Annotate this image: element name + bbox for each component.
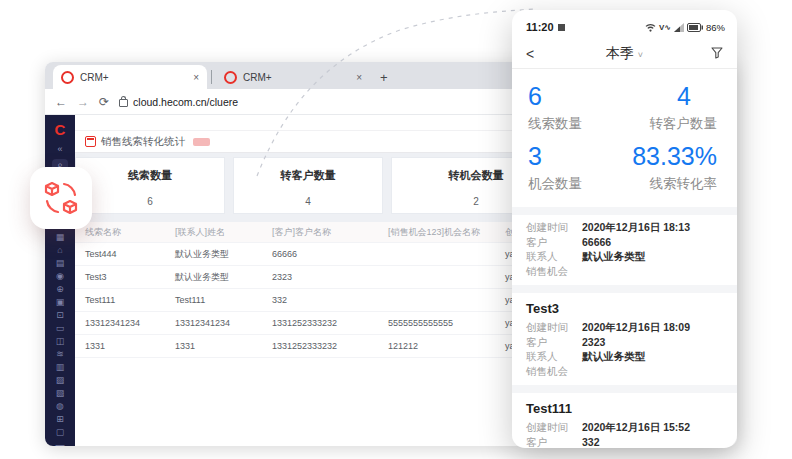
lead-list-item[interactable]: Test111 创建时间2020年12月16日 15:52 客户332 联系人T… bbox=[512, 393, 737, 448]
period-selector[interactable]: 本季 ˅ bbox=[566, 45, 683, 63]
back-icon[interactable]: ← bbox=[55, 95, 67, 109]
field-value-contact: 默认业务类型 bbox=[582, 249, 645, 264]
cell-opportunity: 5555555555555 bbox=[378, 318, 495, 328]
tab-close-icon[interactable]: × bbox=[356, 72, 362, 83]
sidebar-module-icon[interactable]: ▥ bbox=[54, 362, 66, 372]
sidebar-module-icon[interactable]: ⊞ bbox=[54, 414, 66, 424]
sidebar-icon-list: ▦ ⌂ ▤ ◉ ⊕ ▣ ⊡ ▭ bbox=[54, 232, 66, 446]
field-value-customer: 66666 bbox=[582, 235, 611, 250]
sidebar-module-icon[interactable]: ◍ bbox=[54, 401, 66, 411]
col-header: [联系人]姓名 bbox=[165, 226, 262, 239]
funnel-icon bbox=[711, 47, 723, 59]
sidebar-module-icon[interactable]: ⊕ bbox=[54, 284, 66, 294]
stat-label: 线索数量 bbox=[76, 168, 224, 183]
sidebar-module-icon[interactable]: ▤ bbox=[54, 258, 66, 268]
cell-lead-name: 13312341234 bbox=[75, 318, 165, 328]
stat-value: 83.33% bbox=[632, 141, 717, 171]
stat-label: 线索数量 bbox=[528, 115, 616, 133]
sidebar-module-icon[interactable]: ▭ bbox=[54, 323, 66, 333]
battery-icon bbox=[687, 23, 703, 32]
cell-contact: 1331 bbox=[165, 341, 262, 351]
stat-conversion-rate: 83.33% 线索转化率 bbox=[624, 137, 729, 197]
sidebar-module-icon[interactable]: ▬ bbox=[54, 440, 66, 446]
stat-leads: 6 线索数量 bbox=[520, 77, 624, 137]
section-divider bbox=[512, 385, 737, 393]
volte-icon: V∿ bbox=[659, 23, 671, 32]
reload-icon[interactable]: ⟳ bbox=[99, 95, 109, 109]
sidebar-module-icon[interactable]: ▢ bbox=[54, 427, 66, 437]
sidebar-module-icon[interactable]: ⌂ bbox=[54, 245, 66, 255]
page-tab-icon bbox=[85, 136, 96, 147]
field-label: 销售机会 bbox=[526, 264, 582, 279]
filter-button[interactable] bbox=[683, 47, 723, 61]
address-bar[interactable]: cloud.hecom.cn/cluere bbox=[119, 96, 238, 108]
phone-stats-grid: 6 线索数量 4 转客户数量 3 机会数量 83.33% 线索转化率 bbox=[512, 69, 737, 207]
col-header: [销售机会123]机会名称 bbox=[378, 226, 495, 239]
sidebar-module-icon[interactable]: ◫ bbox=[54, 336, 66, 346]
field-label: 创建时间 bbox=[526, 220, 582, 235]
stat-label: 转客户数量 bbox=[234, 168, 382, 183]
phone-overlay: 11:20 V∿ 86% < 本季 ˅ 6 线索数 bbox=[512, 10, 737, 448]
cell-customer: 2323 bbox=[262, 272, 378, 282]
wifi-icon bbox=[645, 23, 656, 32]
lead-list-item[interactable]: 创建时间2020年12月16日 18:13 客户66666 联系人默认业务类型 … bbox=[512, 215, 737, 285]
phone-status-bar: 11:20 V∿ 86% bbox=[512, 10, 737, 38]
screenshot-stage: CRM+ × CRM+ × + ← → ⟳ cloud.hecom.cn/clu… bbox=[0, 0, 792, 459]
stat-value: 6 bbox=[76, 196, 224, 207]
field-label: 客户 bbox=[526, 335, 582, 350]
favicon-crm bbox=[224, 71, 237, 84]
stat-customers: 4 转客户数量 bbox=[624, 77, 729, 137]
stat-value: 4 bbox=[234, 196, 382, 207]
field-value-created: 2020年12月16日 15:52 bbox=[582, 420, 690, 435]
sidebar-module-icon[interactable]: ▣ bbox=[54, 297, 66, 307]
cell-contact: 13312341234 bbox=[165, 318, 262, 328]
field-label: 客户 bbox=[526, 235, 582, 250]
tab-label: CRM+ bbox=[80, 72, 187, 83]
tab-label: CRM+ bbox=[243, 72, 350, 83]
cell-opportunity: 121212 bbox=[378, 341, 495, 351]
chevron-down-icon: ˅ bbox=[638, 50, 643, 60]
field-value-created: 2020年12月16日 18:13 bbox=[582, 220, 690, 235]
browser-tab-1[interactable]: CRM+ × bbox=[53, 65, 207, 89]
stat-card-leads: 线索数量 6 bbox=[75, 157, 225, 214]
back-chevron-icon[interactable]: < bbox=[526, 46, 566, 62]
sidebar-module-icon[interactable]: ▦ bbox=[54, 232, 66, 242]
sidebar-module-icon[interactable]: ⊡ bbox=[54, 310, 66, 320]
cell-contact: Test111 bbox=[165, 295, 262, 305]
sidebar-module-icon[interactable]: ◉ bbox=[54, 271, 66, 281]
field-label: 客户 bbox=[526, 435, 582, 449]
title-badge bbox=[193, 138, 210, 146]
crm-logo: C bbox=[55, 121, 66, 139]
favicon-crm bbox=[61, 71, 74, 84]
sidebar-module-icon[interactable]: ▧ bbox=[54, 388, 66, 398]
field-value-contact: 默认业务类型 bbox=[582, 349, 645, 364]
item-title: Test111 bbox=[526, 401, 723, 416]
tab-close-icon[interactable]: × bbox=[193, 72, 199, 83]
stat-label: 机会数量 bbox=[528, 175, 616, 193]
tab-divider bbox=[211, 70, 212, 84]
field-label: 创建时间 bbox=[526, 320, 582, 335]
field-label: 创建时间 bbox=[526, 420, 582, 435]
cell-lead-name: 1331 bbox=[75, 341, 165, 351]
cell-lead-name: Test3 bbox=[75, 272, 165, 282]
section-divider bbox=[512, 207, 737, 215]
stat-label: 线索转化率 bbox=[632, 175, 717, 193]
field-label: 联系人 bbox=[526, 349, 582, 364]
new-tab-button[interactable]: + bbox=[380, 70, 388, 85]
cell-contact: 默认业务类型 bbox=[165, 271, 262, 284]
url-text: cloud.hecom.cn/cluere bbox=[133, 96, 238, 108]
lock-icon bbox=[119, 99, 128, 107]
field-value-customer: 332 bbox=[582, 435, 600, 449]
sidebar-module-icon[interactable]: ≋ bbox=[54, 349, 66, 359]
collapse-icon[interactable]: « bbox=[57, 144, 62, 154]
col-header: 线索名称 bbox=[75, 226, 165, 239]
phone-nav-bar: < 本季 ˅ bbox=[512, 38, 737, 69]
stat-opportunities: 3 机会数量 bbox=[520, 137, 624, 197]
status-time: 11:20 bbox=[526, 21, 565, 33]
lead-list-item[interactable]: Test3 创建时间2020年12月16日 18:09 客户2323 联系人默认… bbox=[512, 293, 737, 385]
crm-sidebar: C « ⌕ ▦ ⌂ ▤ ◉ ⊕ ▣ bbox=[45, 115, 75, 446]
browser-tab-2[interactable]: CRM+ × bbox=[216, 65, 370, 89]
forward-icon[interactable]: → bbox=[77, 95, 89, 109]
sidebar-module-icon[interactable]: ▨ bbox=[54, 375, 66, 385]
cell-customer: 1331252333232 bbox=[262, 341, 378, 351]
